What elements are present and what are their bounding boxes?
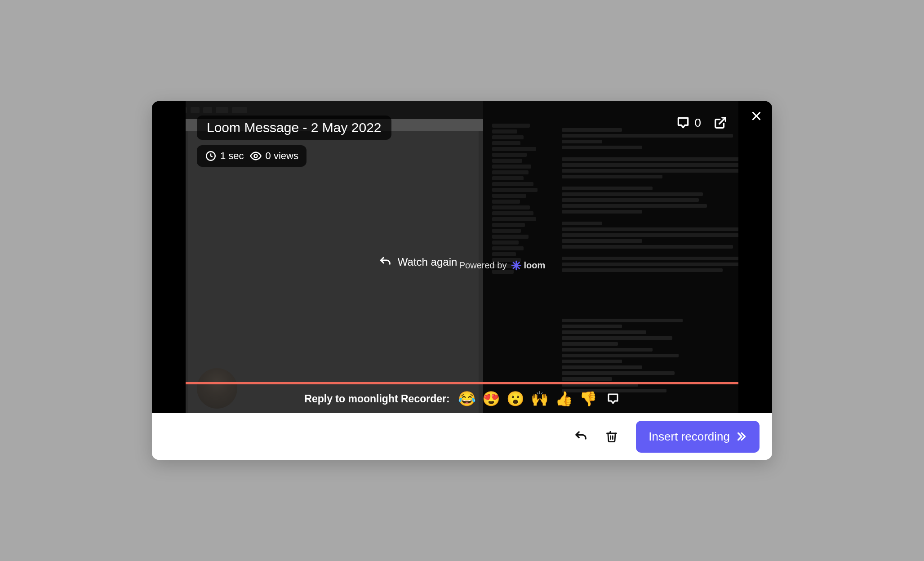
undo-button[interactable] <box>574 430 587 443</box>
watch-again-label: Watch again <box>398 256 458 268</box>
close-icon <box>751 110 762 122</box>
trash-icon <box>605 430 618 443</box>
add-comment-button[interactable] <box>606 392 620 405</box>
header-actions: 0 <box>676 116 727 130</box>
video-left-letterbox <box>152 101 186 413</box>
insert-recording-label: Insert recording <box>649 430 730 444</box>
powered-by[interactable]: Powered by loom <box>459 260 545 271</box>
react-thumbs-down[interactable]: 👎 <box>579 392 597 406</box>
svg-point-3 <box>254 155 257 158</box>
video-title: Loom Message - 2 May 2022 <box>197 116 391 140</box>
delete-button[interactable] <box>605 430 618 443</box>
comment-outline-icon <box>606 392 620 405</box>
react-heart-eyes[interactable]: 😍 <box>482 392 500 406</box>
svg-point-9 <box>515 263 518 267</box>
svg-line-4 <box>720 118 726 124</box>
undo-icon <box>574 430 587 443</box>
eye-icon <box>249 150 262 162</box>
reaction-bar: Reply to moonlight Recorder: 😂 😍 😮 🙌 👍 👎 <box>152 384 772 413</box>
comment-icon <box>676 116 690 130</box>
double-chevron-right-icon <box>735 431 747 442</box>
external-link-icon <box>714 116 727 129</box>
react-thumbs-up[interactable]: 👍 <box>555 392 573 406</box>
close-button[interactable] <box>751 110 762 122</box>
replay-icon <box>379 256 391 268</box>
video-right-letterbox <box>738 101 772 413</box>
comments-count: 0 <box>695 116 701 130</box>
clock-icon <box>205 150 217 162</box>
powered-by-prefix: Powered by <box>459 260 507 271</box>
loom-logo-icon <box>511 260 521 270</box>
comments-button[interactable]: 0 <box>676 116 701 130</box>
watch-again-button[interactable]: Watch again <box>379 256 458 268</box>
react-raised-hands[interactable]: 🙌 <box>531 392 549 406</box>
brand-name: loom <box>524 260 545 271</box>
react-joy[interactable]: 😂 <box>458 392 476 406</box>
video-views: 0 views <box>266 150 298 162</box>
video-center-overlay: Watch again Powered by loom <box>379 244 545 271</box>
video-player-area: Loom Message - 2 May 2022 1 sec 0 views <box>152 101 772 413</box>
react-surprised[interactable]: 😮 <box>506 392 524 406</box>
video-duration: 1 sec <box>220 150 244 162</box>
video-meta: 1 sec 0 views <box>197 145 307 167</box>
reaction-prompt: Reply to moonlight Recorder: <box>304 393 449 405</box>
video-header: Loom Message - 2 May 2022 1 sec 0 views <box>197 116 727 167</box>
recording-modal: Loom Message - 2 May 2022 1 sec 0 views <box>152 101 772 460</box>
emoji-reactions: 😂 😍 😮 🙌 👍 👎 <box>458 392 620 406</box>
title-block: Loom Message - 2 May 2022 1 sec 0 views <box>197 116 391 167</box>
insert-recording-button[interactable]: Insert recording <box>636 421 760 453</box>
modal-footer: Insert recording <box>152 413 772 460</box>
open-external-button[interactable] <box>714 116 727 129</box>
